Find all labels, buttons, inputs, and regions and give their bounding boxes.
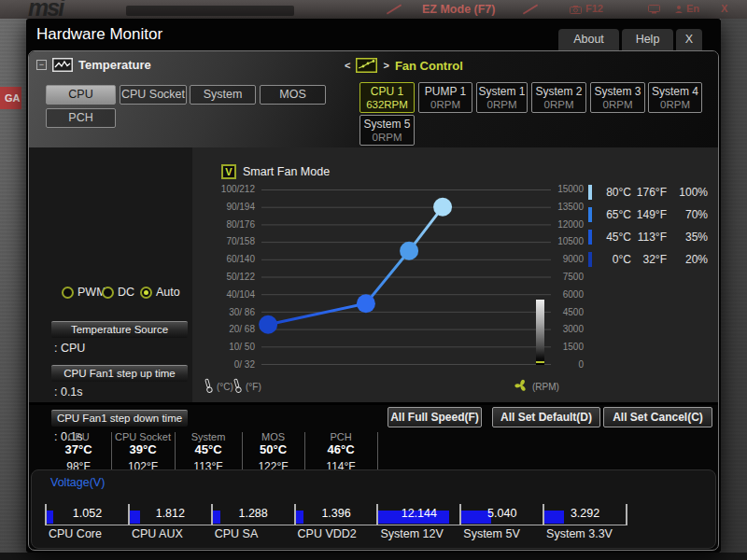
voltage-value: 12.144: [378, 507, 459, 520]
cpu-fan1-step-up-time-button[interactable]: CPU Fan1 step up time: [51, 365, 188, 382]
legend-temp-c: 0°C: [592, 253, 631, 266]
all-set-default-button[interactable]: All Set Default(D): [492, 407, 600, 427]
fan-button-rpm: 0RPM: [477, 98, 527, 111]
sensor-reading-pch: PCH46°C114°F: [304, 431, 377, 473]
legend-temp-f: 32°F: [631, 253, 667, 266]
help-button[interactable]: Help: [622, 29, 673, 50]
fan-curve-point-4[interactable]: [433, 198, 452, 217]
temperature-section-header: − Temperature: [36, 58, 151, 72]
cpu-fan1-step-up-time-value: : 0.1s: [54, 385, 83, 399]
left-axis-tick: 80/176: [197, 219, 255, 230]
collapse-icon[interactable]: −: [36, 60, 47, 70]
voltage-name: System 3.3V: [546, 527, 613, 540]
fan-mode-radio-pwm[interactable]: [62, 287, 74, 299]
temp-sensor-button-cpu-socket[interactable]: CPU Socket: [120, 85, 187, 105]
fan-button-system-1[interactable]: System 10RPM: [476, 82, 528, 113]
voltage-gauge-system-3-3v: 3.292System 3.3V: [543, 504, 626, 525]
fan-button-rpm: 0RPM: [532, 98, 585, 111]
fan-curve-point-2[interactable]: [357, 294, 375, 313]
fan-curve-point-1[interactable]: [259, 315, 277, 334]
sensor-reading-cpu-socket: CPU Socket39°C102°F: [111, 431, 175, 473]
voltage-panel: Voltage(V) 1.052CPU Core1.812CPU AUX1.28…: [31, 469, 716, 549]
fan-button-name: System 5: [360, 118, 414, 131]
voltage-gauge-cpu-vdd2: 1.396CPU VDD2: [294, 504, 377, 525]
column-divider: [377, 432, 378, 469]
left-axis-tick: 50/122: [197, 272, 255, 282]
camera-icon[interactable]: [570, 5, 582, 16]
bottom-edge: [0, 553, 747, 560]
fan-mode-label-auto: Auto: [156, 286, 180, 299]
temperature-section-title: Temperature: [78, 58, 151, 72]
legend-temp-c: 65°C: [592, 208, 631, 221]
sensor-temp-c: 46°C: [304, 442, 377, 456]
temp-sensor-button-pch[interactable]: PCH: [46, 108, 116, 128]
msi-logo: msi: [28, 0, 63, 19]
legend-row: 65°C149°F70%: [588, 207, 708, 222]
temp-sensor-button-cpu[interactable]: CPU: [46, 85, 116, 105]
voltage-value: 1.396: [296, 507, 377, 520]
temperature-source-button[interactable]: Temperature Source: [51, 321, 188, 338]
voltage-gauge-cpu-aux: 1.812CPU AUX: [128, 504, 211, 525]
all-full-speed-button[interactable]: All Full Speed(F): [388, 407, 482, 427]
fan-curve-plot: [261, 189, 551, 365]
temp-sensor-button-mos[interactable]: MOS: [260, 85, 326, 105]
fahrenheit-axis-label: (°F): [246, 382, 261, 392]
legend-row: 80°C176°F100%: [588, 185, 708, 200]
voltage-value: 1.812: [130, 507, 211, 520]
fan-curve-point-3[interactable]: [400, 242, 418, 260]
monitor-content: − Temperature < > Fan Control CPUCPU Soc…: [28, 50, 719, 551]
fan-button-rpm: 0RPM: [360, 131, 414, 144]
fan-button-name: System 2: [532, 85, 585, 98]
legend-row: 0°C32°F20%: [588, 252, 708, 267]
all-set-cancel-button[interactable]: All Set Cancel(C): [603, 407, 712, 427]
fan-mode-radio-dc[interactable]: [102, 287, 114, 299]
window-title: Hardware Monitor: [36, 25, 162, 44]
temp-sensor-button-system[interactable]: System: [190, 85, 256, 105]
cpu-fan1-step-down-time-button[interactable]: CPU Fan1 step down time: [51, 410, 188, 427]
about-button[interactable]: About: [558, 29, 619, 50]
smart-fan-mode-label: Smart Fan Mode: [243, 165, 330, 178]
voltage-gauge-cpu-sa: 1.288CPU SA: [211, 504, 294, 525]
prev-section-arrow-icon[interactable]: <: [345, 60, 350, 71]
fan-button-system-3[interactable]: System 30RPM: [590, 82, 645, 113]
fan-button-system-5[interactable]: System 50RPM: [359, 115, 415, 146]
screenshot-f12-label[interactable]: F12: [585, 3, 603, 14]
left-axis-tick: 20/ 68: [197, 324, 255, 334]
voltage-name: CPU AUX: [132, 527, 183, 540]
temperature-graph-icon: [52, 58, 73, 72]
sensor-temp-c: 37°C: [46, 442, 111, 456]
ez-mode-button[interactable]: EZ Mode (F7): [422, 3, 495, 16]
sensor-temp-c: 39°C: [111, 442, 175, 456]
smart-fan-mode-checkbox[interactable]: V: [221, 164, 236, 179]
fan-button-cpu-1[interactable]: CPU 1632RPM: [359, 82, 415, 113]
column-divider: [175, 432, 176, 469]
left-axis-tick: 40/104: [197, 289, 255, 300]
fan-button-system-4[interactable]: System 40RPM: [648, 82, 702, 113]
fan-button-rpm: 0RPM: [591, 98, 644, 111]
fan-button-name: System 3: [591, 85, 644, 98]
legend-duty-pct: 100%: [667, 186, 708, 199]
legend-temp-c: 80°C: [592, 186, 631, 199]
language-button[interactable]: En: [686, 3, 699, 14]
fan-control-section-header: < > Fan Control: [345, 58, 463, 73]
sensor-reading-mos: MOS50°C122°F: [242, 431, 304, 473]
legend-temp-f: 149°F: [631, 208, 667, 221]
legend-temp-f: 113°F: [631, 231, 667, 244]
voltage-value: 3.292: [544, 507, 626, 520]
column-divider: [111, 432, 112, 469]
bios-close-icon[interactable]: X: [721, 3, 727, 14]
fan-button-name: System 4: [649, 85, 701, 98]
gaming-badge-dimmed: GA: [0, 87, 21, 109]
fan-mode-radio-auto[interactable]: [140, 287, 152, 299]
fan-button-system-2[interactable]: System 20RPM: [531, 82, 586, 113]
next-section-arrow-icon[interactable]: >: [383, 60, 388, 71]
board-name-dimmed: [126, 6, 294, 16]
fan-settings-panel: PWMDCAuto Temperature Source: CPUCPU Fan…: [29, 147, 192, 402]
fan-button-rpm: 0RPM: [419, 98, 472, 111]
fan-button-pump-1[interactable]: PUMP 10RPM: [418, 82, 472, 113]
display-icon[interactable]: [648, 5, 660, 16]
hardware-monitor-window: Hardware Monitor About Help X − Temperat…: [26, 19, 721, 553]
fan-mode-label-dc: DC: [118, 286, 134, 299]
window-close-button[interactable]: X: [676, 29, 702, 50]
gauge-end-tick: [626, 504, 627, 525]
